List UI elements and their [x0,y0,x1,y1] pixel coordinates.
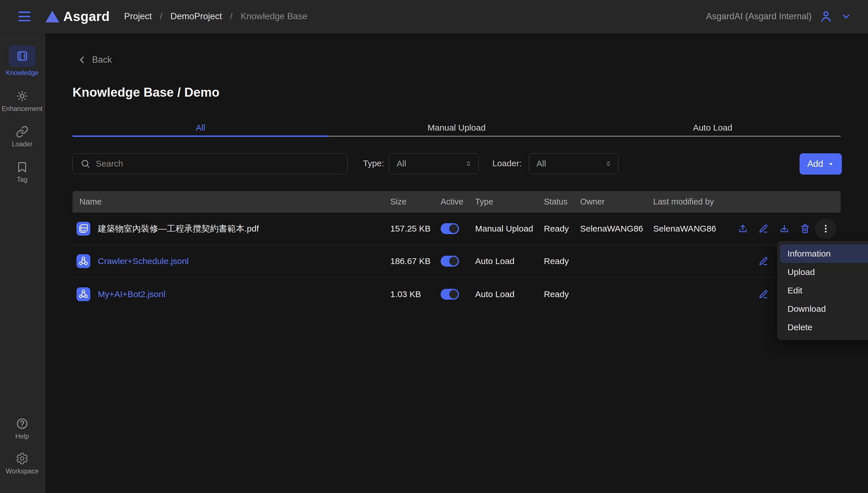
breadcrumb-separator: / [160,11,162,22]
download-icon[interactable] [774,218,795,239]
edit-icon[interactable] [753,218,774,239]
sidebar-item-label: Workspace [6,467,39,475]
add-button[interactable]: Add [800,153,842,175]
tab-manual-upload[interactable]: Manual Upload [328,120,584,136]
sidebar-item-knowledge[interactable]: Knowledge [0,45,44,77]
column-header-status: Status [544,197,580,207]
person-icon[interactable] [819,9,833,23]
last-modified-by: SelenaWANG86 [653,224,733,234]
edit-icon[interactable] [753,251,774,272]
menu-item-upload[interactable]: Upload [780,263,868,281]
file-type: Manual Upload [475,224,544,234]
jsonl-file-icon [77,254,90,268]
sidebar: Knowledge Enhancement Loader [0,34,45,493]
status-badge: Ready [544,290,580,299]
asgard-logo-icon [45,10,59,22]
column-header-last-modified-by: Last modified by [653,197,733,207]
more-vertical-icon[interactable] [816,218,836,239]
menu-icon[interactable] [18,12,30,21]
menu-item-delete[interactable]: Delete [780,318,868,337]
book-icon [16,50,28,62]
back-label: Back [92,55,112,65]
app-window: Asgard Project / DemoProject / Knowledge… [0,0,868,493]
table-row: PDF 建築物室內裝修—工程承攬契約書範本.pdf 157.25 KB Manu… [72,213,841,245]
jsonl-file-icon [77,287,90,301]
account-label: AsgardAI (Asgard Internal) [706,11,811,22]
gear-icon [16,452,29,465]
status-badge: Ready [544,224,580,234]
sidebar-item-label: Help [15,433,29,441]
active-toggle[interactable] [441,256,459,266]
add-button-label: Add [807,159,823,169]
active-toggle[interactable] [441,223,459,234]
search-input[interactable] [96,159,347,169]
sidebar-item-workspace[interactable]: Workspace [0,452,44,475]
sidebar-item-label: Loader [12,141,32,148]
table-row: My+AI+Bot2.jsonl 1.03 KB Auto Load Ready [72,278,841,310]
chevron-left-icon [77,55,87,65]
breadcrumb-project[interactable]: Project [124,11,152,22]
edit-icon[interactable] [753,284,774,305]
file-name-link[interactable]: Crawler+Schedule.jsonl [98,256,189,266]
breadcrumb: Project / DemoProject / Knowledge Base [124,11,307,22]
sidebar-item-label: Knowledge [6,69,39,77]
breadcrumb-separator: / [230,11,233,22]
page-title: Knowledge Base / Demo [72,85,219,100]
search-box [72,153,347,174]
search-icon [80,158,91,169]
sidebar-item-help[interactable]: Help [0,417,44,441]
table-header: Name Size Active Type Status Owner Last … [72,191,841,213]
column-header-owner: Owner [580,197,653,207]
column-header-name: Name [72,197,390,207]
row-context-menu: Information Upload Edit Download Delete [777,241,868,340]
file-size: 157.25 KB [390,224,441,234]
pdf-file-icon: PDF [77,222,90,236]
owner: SelenaWANG86 [580,224,653,234]
breadcrumb-demoproject[interactable]: DemoProject [171,11,222,22]
trash-icon[interactable] [795,218,816,239]
upload-icon[interactable] [733,218,753,239]
tab-all[interactable]: All [72,120,328,136]
brand-name: Asgard [63,8,110,24]
file-type: Auto Load [475,256,544,266]
column-header-active: Active [441,197,475,207]
back-button[interactable]: Back [77,55,112,65]
sidebar-item-loader[interactable]: Loader [0,125,44,148]
top-header: Asgard Project / DemoProject / Knowledge… [0,0,868,33]
type-filter-label: Type: [363,158,384,168]
updown-chevron-icon [464,159,473,168]
sun-icon [16,89,29,103]
link-icon [16,125,28,138]
breadcrumb-current: Knowledge Base [240,11,307,22]
loader-select-value: All [536,159,546,169]
loader-select[interactable]: All [529,153,619,174]
updown-chevron-icon [604,159,612,168]
svg-text:PDF: PDF [81,227,87,230]
sidebar-item-label: Tag [17,176,27,184]
file-name: 建築物室內裝修—工程承攬契約書範本.pdf [98,223,259,235]
column-header-type: Type [475,197,544,207]
file-name-link[interactable]: My+AI+Bot2.jsonl [98,290,166,299]
type-select[interactable]: All [389,153,479,174]
chevron-down-icon[interactable] [840,10,852,22]
file-size: 186.67 KB [390,256,441,266]
sidebar-item-enhancement[interactable]: Enhancement [0,89,44,113]
file-type: Auto Load [475,290,544,299]
sidebar-item-tag[interactable]: Tag [0,161,44,184]
type-select-value: All [397,159,406,169]
caret-down-icon [828,161,834,167]
menu-item-edit[interactable]: Edit [780,281,868,300]
column-header-size: Size [390,197,441,207]
loader-filter-label: Loader: [492,158,522,168]
file-size: 1.03 KB [390,290,441,299]
sidebar-item-label: Enhancement [2,105,43,113]
tab-auto-load[interactable]: Auto Load [585,120,841,136]
question-icon [16,417,29,430]
active-toggle[interactable] [441,289,459,300]
tab-bar: All Manual Upload Auto Load [72,120,841,137]
menu-item-download[interactable]: Download [780,300,868,318]
bookmark-icon [16,161,28,173]
table-row: Crawler+Schedule.jsonl 186.67 KB Auto Lo… [72,245,841,278]
menu-item-information[interactable]: Information [780,244,868,263]
status-badge: Ready [544,256,580,266]
